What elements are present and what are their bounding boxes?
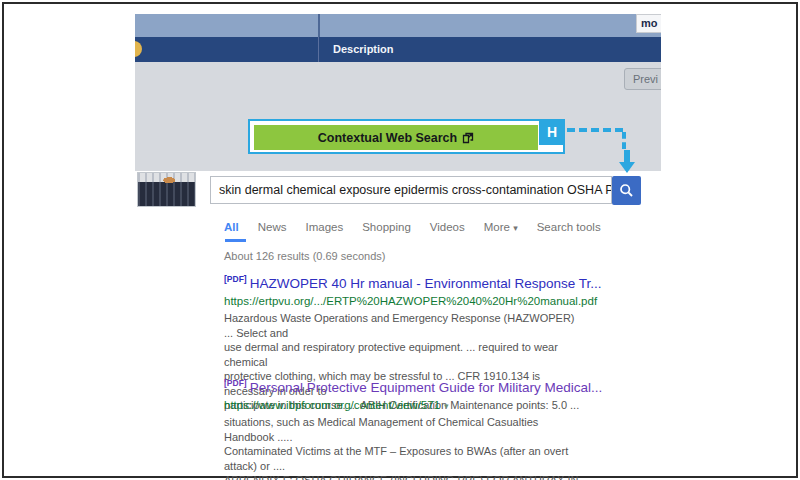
contextual-web-search-label: Contextual Web Search: [318, 131, 457, 145]
annotation-arrow-head: [619, 162, 635, 173]
tab-search-tools[interactable]: Search tools: [537, 221, 601, 242]
tab-shopping[interactable]: Shopping: [362, 221, 411, 242]
context-thumbnail-image: [137, 172, 196, 207]
column-divider: [318, 14, 320, 37]
contextual-web-search-button[interactable]: Contextual Web Search: [254, 125, 538, 150]
result-title-link[interactable]: [PDF]Personal Protective Equipment Guide…: [224, 378, 596, 396]
content-panel: [135, 62, 661, 171]
contextual-search-callout-box: Contextual Web Search H: [248, 119, 565, 154]
external-link-icon: [462, 132, 474, 144]
search-button[interactable]: [612, 176, 641, 205]
result-title: HAZWOPER 40 Hr manual - Environmental Re…: [250, 276, 602, 291]
result-title-link[interactable]: [PDF]HAZWOPER 40 Hr manual - Environment…: [224, 274, 596, 292]
tab-all[interactable]: All: [224, 221, 239, 242]
pdf-file-tag: [PDF]: [224, 274, 247, 284]
chevron-down-icon[interactable]: ▾: [444, 401, 449, 411]
tab-images[interactable]: Images: [305, 221, 343, 242]
chevron-down-icon: ▾: [513, 223, 518, 233]
tab-news[interactable]: News: [258, 221, 287, 242]
result-snippet: situations, such as Medical Management o…: [224, 415, 586, 480]
annotation-label-h: H: [539, 119, 565, 145]
search-result: [PDF]Personal Protective Equipment Guide…: [224, 378, 596, 480]
table-header-bar: [135, 37, 661, 62]
magnifier-icon: [619, 183, 634, 198]
column-divider: [318, 37, 319, 62]
top-right-partial-label: mo: [636, 14, 661, 33]
tab-more-label: More: [484, 221, 510, 233]
app-screenshot-region: mo Description Previ Contextual Web Sear…: [135, 14, 661, 210]
figure-frame: mo Description Previ Contextual Web Sear…: [0, 0, 800, 480]
tab-videos[interactable]: Videos: [430, 221, 465, 242]
tab-more[interactable]: More ▾: [484, 221, 518, 242]
search-tabs: All News Images Shopping Videos More ▾ S…: [224, 221, 601, 242]
result-title: Personal Protective Equipment Guide for …: [250, 380, 603, 395]
result-url[interactable]: https://ertpvu.org/.../ERTP%20HAZWOPER%2…: [224, 295, 596, 307]
previous-button[interactable]: Previ: [624, 68, 661, 90]
annotation-dashed-line: [567, 128, 623, 132]
description-column-header: Description: [333, 37, 394, 62]
results-stats: About 126 results (0.69 seconds): [224, 250, 385, 262]
pdf-file-tag: [PDF]: [224, 378, 247, 388]
annotation-dashed-line: [622, 132, 626, 149]
result-url[interactable]: https://www.ibpforum.org/content/view/57…: [224, 399, 596, 411]
search-query-input[interactable]: skin dermal chemical exposure epidermis …: [210, 176, 612, 204]
result-url-text: https://www.ibpforum.org/content/view/57…: [224, 399, 440, 411]
app-header-bar: [135, 14, 661, 37]
